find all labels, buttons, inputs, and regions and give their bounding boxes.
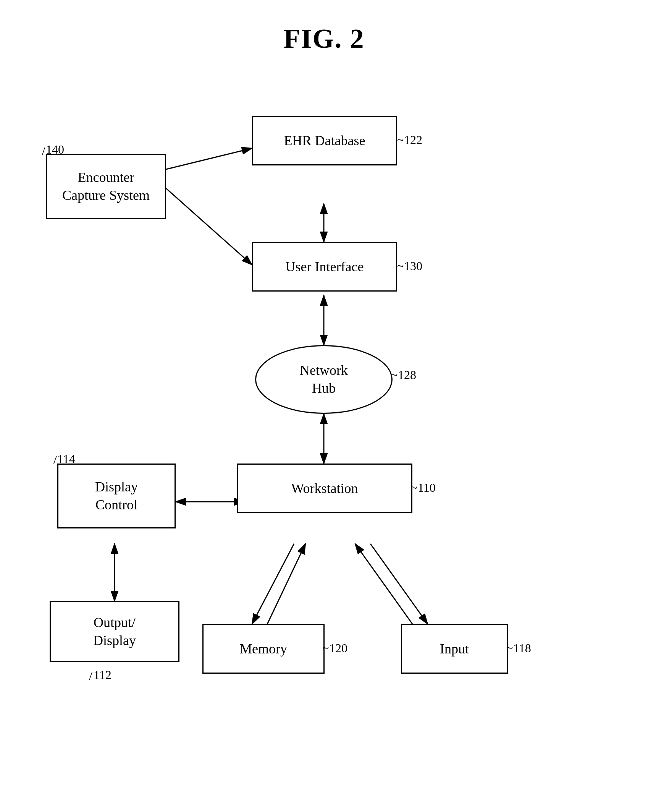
network-hub-ref: 128: [398, 368, 416, 382]
encounter-capture-box: Encounter Capture System: [46, 154, 166, 219]
display-control-box: Display Control: [57, 464, 176, 528]
ehr-database-ref: 122: [404, 133, 422, 147]
ehr-database-label: EHR Database: [284, 132, 365, 150]
workstation-box: Workstation: [237, 464, 412, 513]
memory-box: Memory: [202, 624, 325, 674]
mem-ref-tilde: ~: [322, 641, 329, 655]
input-ref: 118: [513, 641, 531, 655]
network-hub-label: Network Hub: [300, 361, 348, 397]
dc-ref-tick: /: [53, 453, 57, 467]
svg-line-4: [166, 188, 252, 265]
input-box: Input: [401, 624, 508, 674]
user-interface-box: User Interface: [252, 242, 397, 292]
output-display-box: Output/ Display: [50, 601, 179, 662]
memory-label: Memory: [240, 640, 287, 658]
workstation-label: Workstation: [291, 480, 358, 498]
workstation-ref: 110: [418, 481, 436, 495]
svg-line-9: [252, 544, 294, 624]
output-display-label: Output/ Display: [93, 614, 136, 650]
diagram-container: EHR Database 122 ~ Encounter Capture Sys…: [0, 78, 648, 812]
svg-line-12: [355, 544, 412, 624]
encounter-ref-tick: /: [42, 144, 45, 158]
input-label: Input: [440, 640, 469, 658]
svg-line-11: [370, 544, 428, 624]
display-control-label: Display Control: [95, 478, 138, 514]
memory-ref: 120: [329, 641, 347, 655]
encounter-ref: 140: [46, 143, 64, 157]
display-control-ref: 114: [57, 452, 75, 466]
page-title: FIG. 2: [0, 0, 648, 70]
ws-ref-tilde: ~: [411, 481, 417, 495]
user-interface-ref: 130: [404, 259, 422, 273]
ui-ref-tilde: ~: [397, 259, 404, 273]
output-display-ref: 112: [94, 668, 112, 682]
user-interface-label: User Interface: [286, 258, 364, 276]
network-hub-ellipse: Network Hub: [255, 345, 393, 414]
ehr-ref-tilde: ~: [397, 133, 404, 147]
input-ref-tilde: ~: [506, 641, 513, 655]
svg-line-3: [166, 148, 252, 169]
hub-ref-tilde: ~: [391, 368, 398, 382]
encounter-capture-label: Encounter Capture System: [62, 169, 150, 204]
od-ref-tick: /: [89, 669, 92, 683]
ehr-database-box: EHR Database: [252, 116, 397, 165]
svg-line-10: [267, 544, 305, 624]
